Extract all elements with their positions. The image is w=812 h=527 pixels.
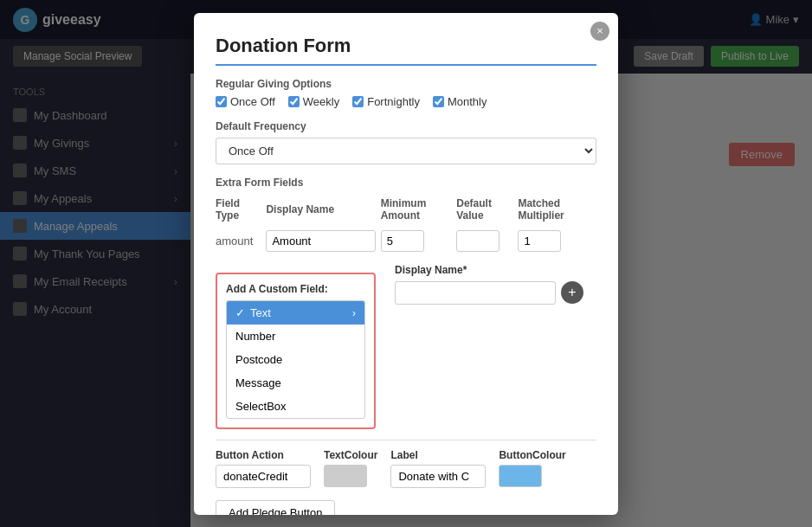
default-frequency-label: Default Frequency [216, 120, 596, 132]
checkbox-monthly-input[interactable] [433, 96, 444, 107]
field-type-value: amount [216, 235, 253, 247]
checkbox-weekly-input[interactable] [288, 96, 300, 107]
modal-close-button[interactable]: × [590, 22, 609, 41]
text-colour-group: TextColour [324, 449, 377, 487]
checkbox-weekly-label: Weekly [303, 95, 339, 108]
checkbox-once-off-input[interactable] [216, 96, 227, 107]
default-value-input[interactable] [456, 230, 499, 252]
dropdown-item-number[interactable]: Number [227, 325, 364, 348]
dropdown-list: ✓ Text › Number Postcode Messa [226, 300, 365, 419]
checkbox-fortnightly[interactable]: Fortnightly [352, 95, 420, 108]
label-group: Label [390, 449, 486, 488]
checkbox-once-off-label: Once Off [230, 95, 275, 108]
button-action-label: Button Action [216, 449, 311, 461]
dropdown-item-postcode[interactable]: Postcode [227, 348, 364, 371]
checkbox-fortnightly-label: Fortnightly [367, 95, 420, 108]
button-action-input[interactable] [216, 465, 311, 488]
matched-mult-input[interactable] [518, 230, 561, 252]
display-name-input[interactable] [395, 281, 556, 305]
dropdown-item-selectbox[interactable]: SelectBox [227, 395, 364, 418]
col-matched-mult: Matched Multiplier [518, 194, 596, 227]
pledge-button-container: Add Pledge Button [216, 497, 596, 515]
divider [216, 440, 596, 440]
checkbox-fortnightly-input[interactable] [352, 96, 364, 107]
dropdown-arrow-icon: › [352, 306, 356, 319]
extra-form-fields-label: Extra Form Fields [216, 177, 596, 189]
col-display-name: Display Name [266, 194, 380, 227]
dropdown-item-label: Number [235, 330, 275, 343]
dropdown-item-text[interactable]: ✓ Text › [227, 301, 364, 325]
button-colour-label: ButtonColour [499, 449, 565, 461]
dropdown-item-message[interactable]: Message [227, 371, 364, 395]
dropdown-item-label: Text [250, 306, 271, 319]
checkbox-weekly[interactable]: Weekly [288, 95, 339, 108]
label-input[interactable] [390, 465, 486, 488]
display-name-section-label: Display Name* [395, 264, 568, 276]
donation-form-modal: × Donation Form Regular Giving Options O… [194, 13, 618, 515]
custom-field-dropdown: ✓ Text › Number Postcode Messa [226, 300, 365, 419]
modal-overlay: × Donation Form Regular Giving Options O… [0, 0, 812, 527]
checkmark-icon: ✓ [235, 306, 245, 319]
add-pledge-button[interactable]: Add Pledge Button [216, 500, 335, 515]
app-background: G giveeasy 👤 Mike ▾ Manage Social Previe… [0, 0, 812, 527]
checkbox-monthly[interactable]: Monthly [433, 95, 487, 108]
button-section: Button Action TextColour Label ButtonCol… [216, 449, 596, 488]
checkbox-monthly-label: Monthly [448, 95, 487, 108]
col-default-value: Default Value [456, 194, 518, 227]
regular-giving-label: Regular Giving Options [216, 78, 596, 90]
col-min-amount: Minimum Amount [381, 194, 457, 227]
modal-title: Donation Form [216, 35, 596, 66]
checkbox-once-off[interactable]: Once Off [216, 95, 275, 108]
button-action-group: Button Action [216, 449, 311, 488]
label-label: Label [390, 449, 486, 461]
display-name-field-input[interactable] [266, 230, 375, 252]
extra-form-fields-table: Field Type Display Name Minimum Amount D… [216, 194, 596, 255]
custom-field-section: Add A Custom Field: ✓ Text › Number [216, 273, 376, 429]
text-colour-label: TextColour [324, 449, 377, 461]
custom-field-label: Add A Custom Field: [226, 283, 365, 295]
add-field-button[interactable]: + [561, 281, 583, 304]
col-field-type: Field Type [216, 194, 266, 227]
display-name-section: Display Name* + [395, 264, 568, 305]
checkbox-row: Once Off Weekly Fortnightly Monthly [216, 95, 596, 108]
table-row: amount [216, 227, 596, 255]
button-colour-picker[interactable] [499, 465, 542, 487]
display-name-row: + [395, 281, 568, 305]
close-icon: × [596, 24, 603, 37]
dropdown-item-label: SelectBox [235, 400, 287, 413]
text-colour-picker[interactable] [324, 465, 367, 487]
dropdown-item-label: Message [235, 376, 281, 389]
button-colour-group: ButtonColour [499, 449, 565, 487]
min-amount-input[interactable] [381, 230, 424, 252]
custom-field-row: Add A Custom Field: ✓ Text › Number [216, 264, 596, 429]
default-frequency-select[interactable]: Once Off Weekly Fortnightly Monthly [216, 138, 596, 164]
dropdown-item-label: Postcode [235, 353, 282, 366]
